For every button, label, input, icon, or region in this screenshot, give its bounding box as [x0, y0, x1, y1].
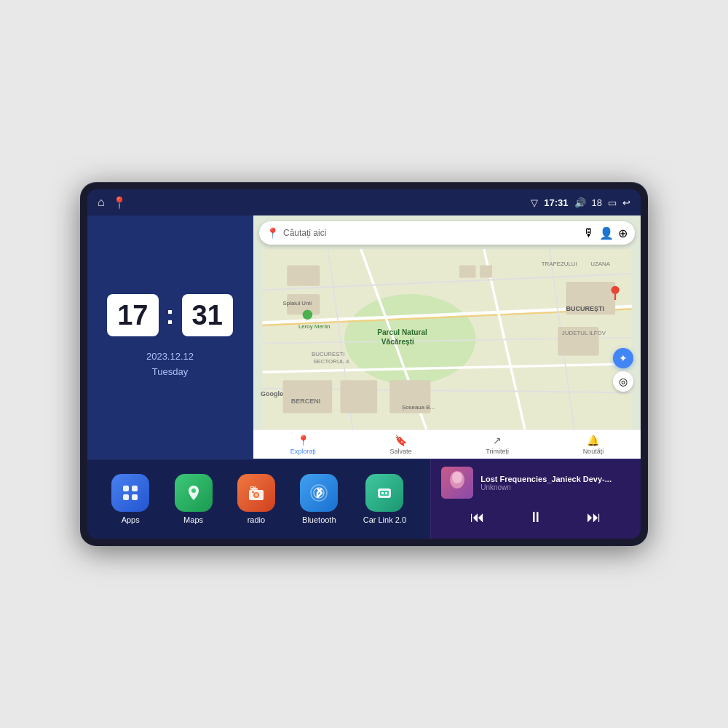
- clock-panel: 17 : 31 2023.12.12 Tuesday: [87, 215, 253, 459]
- bluetooth-label: Bluetooth: [302, 515, 336, 524]
- radio-icon: FM: [237, 474, 275, 512]
- app-icon-bluetooth[interactable]: Bluetooth: [300, 474, 338, 524]
- prev-button[interactable]: ⏮: [463, 506, 492, 529]
- app-icons-row: Apps Maps: [87, 459, 430, 539]
- svg-rect-51: [381, 492, 384, 494]
- app-icon-apps[interactable]: Apps: [111, 474, 149, 524]
- music-player: Lost Frequencies_Janieck Devy-... Unknow…: [430, 459, 641, 539]
- map-nav-explore[interactable]: 📍 Explorați: [290, 435, 316, 455]
- svg-rect-14: [459, 266, 476, 278]
- svg-text:FM: FM: [250, 486, 256, 490]
- saved-icon: 🔖: [395, 435, 407, 446]
- compass-button[interactable]: ◎: [613, 371, 633, 392]
- mic-icon[interactable]: 🎙: [583, 226, 595, 240]
- map-nav-saved[interactable]: 🔖 Salvate: [390, 435, 412, 455]
- app-icon-maps[interactable]: Maps: [175, 474, 213, 524]
- svg-text:Splaiul Unii: Splaiul Unii: [283, 300, 312, 306]
- svg-text:Văcărești: Văcărești: [381, 338, 414, 346]
- day-text: Tuesday: [146, 365, 194, 380]
- map-search-icons: 🎙 👤 ⊕: [583, 226, 628, 240]
- account-icon[interactable]: 👤: [599, 226, 614, 240]
- map-nav-news[interactable]: 🔔 Noutăți: [583, 435, 604, 455]
- svg-text:BERCENI: BERCENI: [291, 397, 321, 405]
- signal-icon: ▽: [531, 197, 538, 208]
- map-search-text[interactable]: Căutați aici: [283, 228, 579, 238]
- svg-text:Șoseaua B...: Șoseaua B...: [402, 404, 435, 411]
- map-nav-send[interactable]: ↗ Trimiteți: [486, 435, 509, 455]
- clock-colon: :: [166, 300, 175, 331]
- status-left: ⌂ 📍: [98, 196, 127, 210]
- apps-icon: [111, 474, 149, 512]
- svg-text:UZANA: UZANA: [590, 261, 610, 267]
- svg-rect-12: [287, 266, 320, 286]
- clock-hours: 17: [107, 294, 158, 336]
- svg-rect-39: [132, 494, 138, 500]
- status-right: ▽ 17:31 🔊 18 ▭ ↩: [531, 197, 630, 208]
- svg-text:Parcul Natural: Parcul Natural: [377, 328, 427, 336]
- map-bottom-bar: 📍 Explorați 🔖 Salvate ↗ Trimiteți 🔔: [253, 430, 641, 459]
- battery-level: 18: [592, 197, 602, 208]
- screen: ⌂ 📍 ▽ 17:31 🔊 18 ▭ ↩ 17 : 31: [87, 189, 641, 539]
- date-display: 2023.12.12 Tuesday: [146, 349, 194, 380]
- map-pin-icon: 📍: [266, 227, 279, 239]
- car-display-device: ⌂ 📍 ▽ 17:31 🔊 18 ▭ ↩ 17 : 31: [80, 182, 648, 546]
- svg-rect-52: [385, 492, 387, 494]
- svg-text:TRAPEZULUI: TRAPEZULUI: [542, 261, 577, 267]
- back-icon[interactable]: ↩: [622, 197, 630, 208]
- svg-rect-38: [123, 494, 129, 500]
- svg-text:SECTORUL 4: SECTORUL 4: [313, 358, 349, 365]
- home-icon[interactable]: ⌂: [98, 196, 105, 209]
- svg-text:BUCUREȘTI: BUCUREȘTI: [312, 351, 345, 357]
- battery-icon: ▭: [608, 197, 617, 208]
- bottom-bar: Apps Maps: [87, 459, 641, 539]
- svg-rect-50: [380, 491, 389, 496]
- play-pause-button[interactable]: ⏸: [521, 506, 550, 529]
- clock-minutes: 31: [182, 294, 233, 336]
- music-artist: Unknown: [480, 483, 630, 491]
- svg-point-43: [255, 494, 258, 496]
- maps-icon: [175, 474, 213, 512]
- send-icon: ↗: [493, 435, 502, 446]
- next-button[interactable]: ⏭: [579, 506, 609, 529]
- news-label: Noutăți: [583, 448, 604, 455]
- main-content: 17 : 31 2023.12.12 Tuesday 📍 Căutați aic…: [87, 215, 641, 459]
- music-info-row: Lost Frequencies_Janieck Devy-... Unknow…: [441, 467, 630, 499]
- svg-rect-45: [252, 491, 254, 493]
- date-text: 2023.12.12: [146, 349, 194, 365]
- map-container[interactable]: 📍 Căutați aici 🎙 👤 ⊕: [253, 215, 641, 459]
- svg-point-55: [452, 472, 462, 483]
- maps-shortcut-icon[interactable]: 📍: [112, 196, 127, 210]
- carlink-label: Car Link 2.0: [363, 515, 406, 524]
- music-title: Lost Frequencies_Janieck Devy-...: [480, 475, 630, 483]
- svg-rect-37: [132, 486, 138, 491]
- navigation-button[interactable]: ✦: [613, 348, 633, 368]
- music-thumbnail: [441, 467, 473, 499]
- app-icon-radio[interactable]: FM radio: [237, 474, 275, 524]
- send-label: Trimiteți: [486, 448, 509, 455]
- svg-point-40: [191, 488, 196, 493]
- svg-text:BUCUREȘTI: BUCUREȘTI: [566, 305, 604, 312]
- svg-rect-15: [480, 266, 492, 278]
- svg-rect-36: [123, 486, 129, 491]
- map-panel[interactable]: 📍 Căutați aici 🎙 👤 ⊕: [253, 215, 641, 459]
- news-icon: 🔔: [587, 435, 599, 446]
- google-logo: Google: [261, 390, 283, 397]
- svg-rect-18: [283, 380, 333, 413]
- app-icon-carlink[interactable]: Car Link 2.0: [363, 474, 406, 524]
- bluetooth-icon: [300, 474, 338, 512]
- music-text: Lost Frequencies_Janieck Devy-... Unknow…: [480, 475, 630, 491]
- radio-label: radio: [248, 515, 265, 524]
- volume-icon: 🔊: [574, 197, 586, 208]
- music-controls: ⏮ ⏸ ⏭: [441, 506, 630, 529]
- saved-label: Salvate: [390, 448, 412, 455]
- explore-label: Explorați: [290, 448, 316, 455]
- layers-icon[interactable]: ⊕: [618, 226, 628, 240]
- map-search-bar[interactable]: 📍 Căutați aici 🎙 👤 ⊕: [259, 221, 635, 245]
- svg-point-32: [303, 309, 313, 320]
- svg-rect-19: [340, 380, 377, 413]
- clock-display: 17 : 31: [107, 294, 233, 336]
- maps-label: Maps: [183, 515, 203, 524]
- explore-icon: 📍: [297, 435, 309, 446]
- carlink-icon: [365, 474, 403, 512]
- svg-text:Leroy Merlin: Leroy Merlin: [298, 323, 330, 330]
